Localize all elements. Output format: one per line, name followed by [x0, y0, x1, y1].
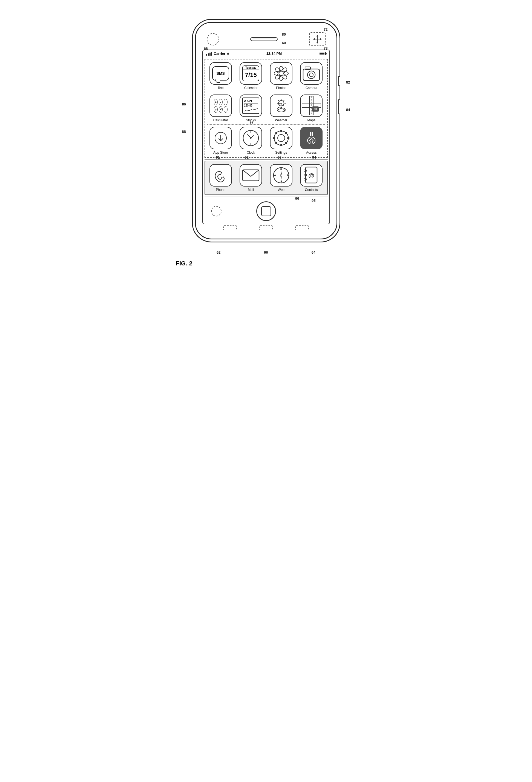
- svg-line-24: [278, 100, 279, 101]
- connector-center: [259, 225, 273, 230]
- home-button[interactable]: [256, 201, 276, 221]
- app-maps-icon: 90: [300, 95, 322, 117]
- app-access[interactable]: Access: [298, 127, 325, 154]
- connector-left: [223, 225, 237, 230]
- dock-contacts-label: Contacts: [305, 188, 318, 192]
- dock-contacts[interactable]: @ Contacts: [298, 164, 325, 192]
- signal-bars: [206, 52, 212, 56]
- svg-text:73: 73: [279, 103, 282, 106]
- app-appstore-label: App Store: [213, 151, 228, 154]
- calc-plus: +: [214, 99, 218, 105]
- svg-text:E: E: [287, 174, 288, 177]
- svg-rect-47: [280, 144, 282, 146]
- stocks-chart: [244, 107, 258, 112]
- dock-sep-top: [204, 159, 328, 160]
- svg-point-29: [278, 109, 284, 112]
- app-calc-label: Calculator: [213, 118, 228, 122]
- phone-svg: [214, 167, 228, 183]
- app-camera[interactable]: Camera: [298, 62, 325, 90]
- app-calendar[interactable]: Tuesday 7/15 Calendar: [237, 62, 265, 90]
- svg-line-25: [283, 105, 284, 106]
- calc-divide: ÷: [214, 106, 218, 113]
- sms-bubble: SMS: [212, 66, 229, 80]
- calc-empty2: [224, 106, 228, 113]
- app-clock[interactable]: Clock: [237, 127, 265, 154]
- camera-svg-icon: [302, 65, 321, 82]
- ref-84: 84: [346, 108, 350, 112]
- figure-label: FIG. 2: [173, 260, 359, 267]
- photos-flower-icon: [273, 66, 289, 81]
- svg-point-17: [307, 71, 315, 79]
- access-parallel-bars: [310, 132, 313, 136]
- appstore-arrow-icon: [217, 134, 225, 142]
- carrier-label: Carrier: [214, 51, 226, 56]
- stocks-inner: AAPL 120.83: [242, 98, 259, 114]
- app-grid-area: SMS Text Tuesday 7/15: [204, 59, 328, 158]
- svg-line-26: [283, 100, 284, 101]
- app-camera-icon: [300, 62, 322, 85]
- svg-text:S: S: [280, 180, 282, 183]
- svg-point-54: [278, 135, 285, 142]
- app-weather-label: Weather: [275, 118, 287, 122]
- house-icon: [308, 138, 314, 144]
- app-stocks[interactable]: AAPL 120.83 Stocks: [237, 95, 265, 122]
- ref-73: 73: [324, 46, 328, 50]
- signal-bar-3: [210, 52, 211, 56]
- app-access-icon: [300, 127, 322, 149]
- bottom-mic: [211, 206, 222, 216]
- weather-svg: 73: [273, 98, 290, 114]
- app-calculator[interactable]: + - ÷ ✕ Calculator: [207, 95, 234, 122]
- side-button-top[interactable]: [338, 76, 340, 86]
- side-button-bottom[interactable]: [338, 99, 340, 114]
- svg-rect-55: [310, 141, 312, 143]
- ref-64-bottom: 64: [312, 250, 315, 254]
- access-bar-2: [312, 132, 313, 136]
- app-row-3: App Store: [207, 127, 325, 154]
- dock-web[interactable]: N S W E Web: [268, 164, 295, 192]
- dock-web-icon: N S W E: [270, 164, 293, 186]
- dock-mail-icon: [239, 164, 262, 186]
- app-maps[interactable]: 90 Maps: [298, 95, 325, 122]
- settings-svg: [272, 129, 291, 148]
- page-container: 59 66 82 84 86 88 68 80: [173, 5, 359, 267]
- move-icon[interactable]: 72 73: [309, 32, 326, 46]
- clock-svg: [241, 129, 260, 148]
- bottom-annotations: 62 90 64: [173, 250, 359, 254]
- app-settings-icon: [270, 127, 293, 149]
- signal-bar-2: [208, 54, 209, 56]
- speaker-grille: [250, 37, 278, 41]
- sms-icon-inner: SMS: [212, 66, 229, 80]
- connector-right: [295, 225, 309, 230]
- calc-inner: + - ÷ ✕: [212, 97, 229, 114]
- status-left: Carrier ⌾: [206, 51, 229, 56]
- mail-svg: [241, 168, 260, 183]
- app-text-icon: SMS: [210, 62, 232, 85]
- app-appstore[interactable]: App Store: [207, 127, 234, 154]
- ref-80: 80: [282, 32, 286, 36]
- app-camera-label: Camera: [306, 86, 317, 90]
- app-settings-label: Settings: [275, 151, 287, 154]
- app-text[interactable]: SMS Text: [207, 62, 234, 90]
- stocks-ticker: AAPL: [244, 99, 258, 104]
- dock-phone-label: Phone: [216, 188, 225, 192]
- ref-91: 91: [216, 155, 220, 159]
- access-inner: [300, 127, 322, 149]
- dock-phone[interactable]: Phone: [207, 164, 234, 192]
- app-text-label: Text: [218, 86, 224, 90]
- app-weather[interactable]: 73 Weather: [268, 95, 295, 122]
- app-settings[interactable]: Settings: [268, 127, 295, 154]
- dock-web-label: Web: [278, 188, 284, 192]
- home-button-square: [261, 206, 271, 216]
- dock-area: 91 92 93 94 Phone: [204, 161, 328, 195]
- dock-mail[interactable]: Mail: [237, 164, 265, 192]
- phone-screen: Carrier ⌾ 12:34 PM: [202, 49, 330, 224]
- svg-rect-49: [287, 137, 290, 139]
- signal-bar-4: [211, 52, 212, 56]
- ref-86: 86: [182, 102, 186, 106]
- app-photos[interactable]: Photos: [268, 62, 295, 90]
- ref-62-bottom: 62: [217, 250, 220, 254]
- compass-svg: N S W E: [272, 166, 290, 184]
- dock-contacts-icon: @: [300, 164, 322, 186]
- ref-92: 92: [245, 155, 249, 159]
- weather-inner: 73: [273, 97, 290, 114]
